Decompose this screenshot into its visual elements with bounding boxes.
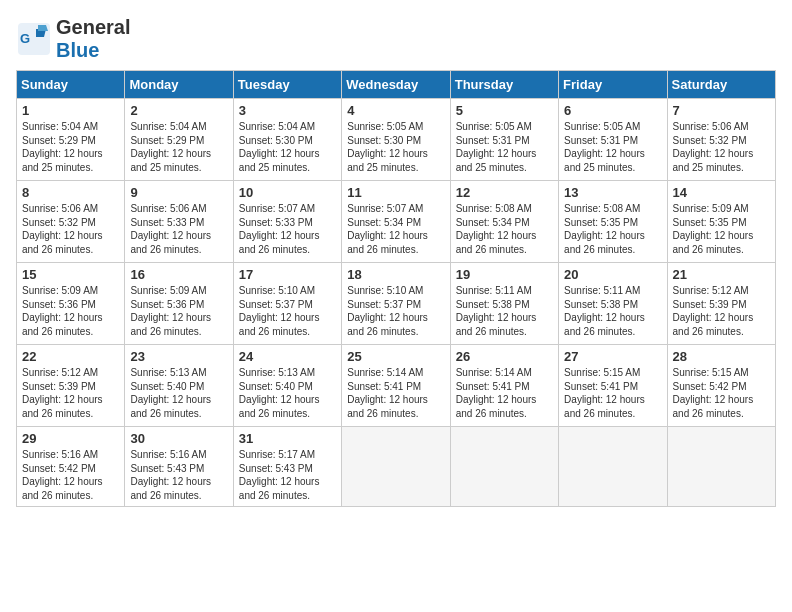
logo-icon: G [16,21,52,57]
day-info: Sunrise: 5:09 AMSunset: 5:35 PMDaylight:… [673,202,770,256]
day-number: 17 [239,267,336,282]
day-number: 3 [239,103,336,118]
calendar-week-row: 1 Sunrise: 5:04 AMSunset: 5:29 PMDayligh… [17,99,776,181]
day-number: 22 [22,349,119,364]
day-info: Sunrise: 5:05 AMSunset: 5:31 PMDaylight:… [456,120,553,174]
day-info: Sunrise: 5:04 AMSunset: 5:29 PMDaylight:… [130,120,227,174]
day-number: 15 [22,267,119,282]
calendar-cell: 24 Sunrise: 5:13 AMSunset: 5:40 PMDaylig… [233,345,341,427]
day-info: Sunrise: 5:16 AMSunset: 5:43 PMDaylight:… [130,448,227,502]
calendar-cell: 19 Sunrise: 5:11 AMSunset: 5:38 PMDaylig… [450,263,558,345]
logo-text: General Blue [56,16,130,62]
day-number: 8 [22,185,119,200]
calendar-cell: 1 Sunrise: 5:04 AMSunset: 5:29 PMDayligh… [17,99,125,181]
day-number: 24 [239,349,336,364]
calendar-cell: 21 Sunrise: 5:12 AMSunset: 5:39 PMDaylig… [667,263,775,345]
calendar-cell: 16 Sunrise: 5:09 AMSunset: 5:36 PMDaylig… [125,263,233,345]
day-info: Sunrise: 5:08 AMSunset: 5:35 PMDaylight:… [564,202,661,256]
day-number: 10 [239,185,336,200]
day-info: Sunrise: 5:07 AMSunset: 5:33 PMDaylight:… [239,202,336,256]
logo: G General Blue [16,16,130,62]
day-info: Sunrise: 5:08 AMSunset: 5:34 PMDaylight:… [456,202,553,256]
day-number: 23 [130,349,227,364]
calendar-cell: 30 Sunrise: 5:16 AMSunset: 5:43 PMDaylig… [125,427,233,507]
calendar-cell: 2 Sunrise: 5:04 AMSunset: 5:29 PMDayligh… [125,99,233,181]
day-info: Sunrise: 5:06 AMSunset: 5:33 PMDaylight:… [130,202,227,256]
day-info: Sunrise: 5:17 AMSunset: 5:43 PMDaylight:… [239,448,336,502]
day-number: 27 [564,349,661,364]
weekday-header-monday: Monday [125,71,233,99]
calendar-cell: 25 Sunrise: 5:14 AMSunset: 5:41 PMDaylig… [342,345,450,427]
day-info: Sunrise: 5:12 AMSunset: 5:39 PMDaylight:… [22,366,119,420]
day-info: Sunrise: 5:14 AMSunset: 5:41 PMDaylight:… [456,366,553,420]
day-info: Sunrise: 5:07 AMSunset: 5:34 PMDaylight:… [347,202,444,256]
weekday-header-tuesday: Tuesday [233,71,341,99]
day-number: 1 [22,103,119,118]
day-info: Sunrise: 5:04 AMSunset: 5:30 PMDaylight:… [239,120,336,174]
calendar-cell: 20 Sunrise: 5:11 AMSunset: 5:38 PMDaylig… [559,263,667,345]
calendar-week-row: 22 Sunrise: 5:12 AMSunset: 5:39 PMDaylig… [17,345,776,427]
day-number: 4 [347,103,444,118]
calendar-cell: 8 Sunrise: 5:06 AMSunset: 5:32 PMDayligh… [17,181,125,263]
header: G General Blue [16,16,776,62]
calendar: SundayMondayTuesdayWednesdayThursdayFrid… [16,70,776,507]
day-info: Sunrise: 5:10 AMSunset: 5:37 PMDaylight:… [347,284,444,338]
day-number: 19 [456,267,553,282]
day-number: 9 [130,185,227,200]
day-number: 30 [130,431,227,446]
day-number: 18 [347,267,444,282]
day-info: Sunrise: 5:13 AMSunset: 5:40 PMDaylight:… [130,366,227,420]
calendar-cell: 27 Sunrise: 5:15 AMSunset: 5:41 PMDaylig… [559,345,667,427]
day-number: 16 [130,267,227,282]
day-info: Sunrise: 5:09 AMSunset: 5:36 PMDaylight:… [22,284,119,338]
day-number: 28 [673,349,770,364]
calendar-cell [450,427,558,507]
calendar-cell: 31 Sunrise: 5:17 AMSunset: 5:43 PMDaylig… [233,427,341,507]
day-number: 13 [564,185,661,200]
day-info: Sunrise: 5:11 AMSunset: 5:38 PMDaylight:… [564,284,661,338]
day-info: Sunrise: 5:14 AMSunset: 5:41 PMDaylight:… [347,366,444,420]
calendar-header-row: SundayMondayTuesdayWednesdayThursdayFrid… [17,71,776,99]
calendar-cell: 4 Sunrise: 5:05 AMSunset: 5:30 PMDayligh… [342,99,450,181]
calendar-cell: 9 Sunrise: 5:06 AMSunset: 5:33 PMDayligh… [125,181,233,263]
calendar-week-row: 29 Sunrise: 5:16 AMSunset: 5:42 PMDaylig… [17,427,776,507]
day-info: Sunrise: 5:15 AMSunset: 5:42 PMDaylight:… [673,366,770,420]
calendar-cell: 22 Sunrise: 5:12 AMSunset: 5:39 PMDaylig… [17,345,125,427]
day-number: 6 [564,103,661,118]
day-info: Sunrise: 5:09 AMSunset: 5:36 PMDaylight:… [130,284,227,338]
calendar-cell: 7 Sunrise: 5:06 AMSunset: 5:32 PMDayligh… [667,99,775,181]
day-number: 7 [673,103,770,118]
day-info: Sunrise: 5:12 AMSunset: 5:39 PMDaylight:… [673,284,770,338]
calendar-cell [667,427,775,507]
page-container: G General Blue SundayMondayTuesdayWednes… [0,0,792,515]
day-number: 26 [456,349,553,364]
calendar-cell: 14 Sunrise: 5:09 AMSunset: 5:35 PMDaylig… [667,181,775,263]
day-info: Sunrise: 5:06 AMSunset: 5:32 PMDaylight:… [22,202,119,256]
weekday-header-saturday: Saturday [667,71,775,99]
calendar-cell: 15 Sunrise: 5:09 AMSunset: 5:36 PMDaylig… [17,263,125,345]
day-number: 12 [456,185,553,200]
calendar-week-row: 8 Sunrise: 5:06 AMSunset: 5:32 PMDayligh… [17,181,776,263]
calendar-cell: 13 Sunrise: 5:08 AMSunset: 5:35 PMDaylig… [559,181,667,263]
day-number: 29 [22,431,119,446]
day-info: Sunrise: 5:05 AMSunset: 5:30 PMDaylight:… [347,120,444,174]
calendar-cell: 23 Sunrise: 5:13 AMSunset: 5:40 PMDaylig… [125,345,233,427]
day-info: Sunrise: 5:15 AMSunset: 5:41 PMDaylight:… [564,366,661,420]
calendar-cell: 17 Sunrise: 5:10 AMSunset: 5:37 PMDaylig… [233,263,341,345]
weekday-header-wednesday: Wednesday [342,71,450,99]
weekday-header-friday: Friday [559,71,667,99]
day-number: 2 [130,103,227,118]
day-info: Sunrise: 5:06 AMSunset: 5:32 PMDaylight:… [673,120,770,174]
day-info: Sunrise: 5:10 AMSunset: 5:37 PMDaylight:… [239,284,336,338]
calendar-cell: 26 Sunrise: 5:14 AMSunset: 5:41 PMDaylig… [450,345,558,427]
calendar-cell: 11 Sunrise: 5:07 AMSunset: 5:34 PMDaylig… [342,181,450,263]
day-info: Sunrise: 5:05 AMSunset: 5:31 PMDaylight:… [564,120,661,174]
day-number: 25 [347,349,444,364]
svg-text:G: G [20,31,30,46]
day-info: Sunrise: 5:04 AMSunset: 5:29 PMDaylight:… [22,120,119,174]
calendar-cell: 10 Sunrise: 5:07 AMSunset: 5:33 PMDaylig… [233,181,341,263]
day-info: Sunrise: 5:11 AMSunset: 5:38 PMDaylight:… [456,284,553,338]
day-number: 21 [673,267,770,282]
day-info: Sunrise: 5:13 AMSunset: 5:40 PMDaylight:… [239,366,336,420]
calendar-cell: 3 Sunrise: 5:04 AMSunset: 5:30 PMDayligh… [233,99,341,181]
